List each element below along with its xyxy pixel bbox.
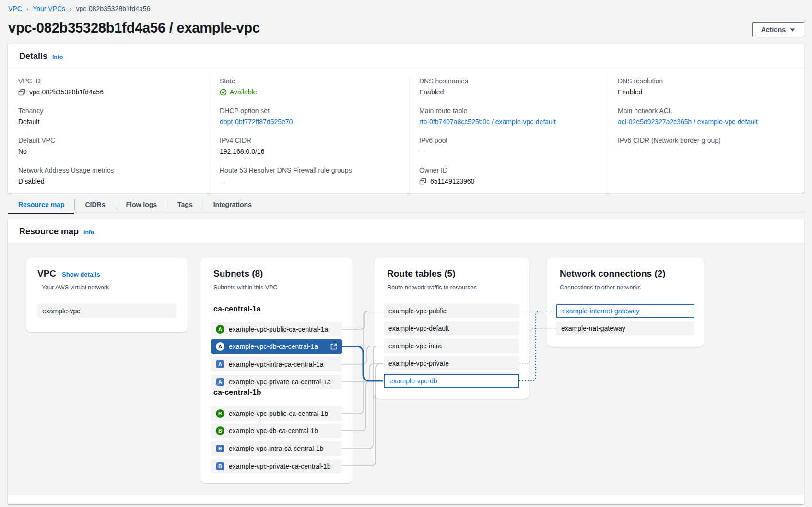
tab-cidrs[interactable]: CIDRs — [75, 196, 115, 214]
availability-zone-badge: A — [216, 325, 224, 334]
subnet-label: example-vpc-intra-ca-central-1a — [229, 360, 324, 368]
field-state: State Available — [220, 76, 409, 97]
resource-map-title: Resource map — [19, 227, 79, 237]
connection-label: example-internet-gateway — [562, 307, 639, 315]
external-link-icon[interactable] — [330, 343, 338, 352]
actions-button[interactable]: Actions — [752, 22, 804, 37]
field-ipv6-pool: IPv6 pool – — [419, 136, 608, 156]
route-table-label: example-vpc-default — [388, 324, 449, 332]
route-tables-card: Route tables (5) Route network traffic t… — [374, 258, 529, 399]
route-tables-card-subtitle: Route network traffic to resources — [387, 284, 477, 291]
breadcrumb-separator: › — [26, 5, 28, 12]
dns-hostnames-value: Enabled — [419, 87, 444, 97]
availability-zone-badge: A — [216, 342, 224, 351]
breadcrumb-current: vpc-082b35328b1fd4a56 — [76, 5, 150, 12]
default-vpc-value: No — [18, 147, 27, 156]
subnet-item-db-1b[interactable]: B example-vpc-db-ca-central-1b — [211, 424, 342, 438]
details-column-2: State Available DHCP option set dopt-0bf… — [210, 76, 409, 195]
connection-item-internet-gateway[interactable]: example-internet-gateway — [556, 304, 694, 318]
resource-map-panel-footer — [8, 495, 804, 504]
route-table-item-db[interactable]: example-vpc-db — [384, 374, 519, 388]
dns-resolution-value: Enabled — [618, 87, 642, 97]
field-ipv4-cidr: IPv4 CIDR 192.168.0.0/16 — [220, 136, 409, 156]
availability-zone-badge: B — [216, 445, 224, 452]
copy-icon[interactable] — [419, 178, 426, 185]
subnets-card-title: Subnets (8) — [213, 268, 263, 279]
subnet-item-intra-1a[interactable]: A example-vpc-intra-ca-central-1a — [211, 357, 342, 371]
availability-zone-badge: B — [216, 462, 224, 470]
main-route-table-link[interactable]: rtb-0fb7407a8cc525b0c / example-vpc-defa… — [419, 117, 556, 127]
subnet-label: example-vpc-db-ca-central-1b — [229, 427, 318, 435]
tab-label: CIDRs — [85, 201, 105, 208]
breadcrumb-link-vpc[interactable]: VPC — [8, 5, 22, 12]
subnets-card: Subnets (8) Subnets within this VPC ca-c… — [200, 258, 353, 483]
subnet-label: example-vpc-public-ca-central-1b — [229, 410, 328, 417]
subnet-item-intra-1b[interactable]: B example-vpc-intra-ca-central-1b — [211, 441, 342, 456]
dhcp-option-set-link[interactable]: dopt-0bf772ff87d525e70 — [220, 117, 293, 127]
subnet-label: example-vpc-db-ca-central-1a — [229, 343, 318, 350]
details-body: VPC ID vpc-082b35328b1fd4a56 Tenancy Def… — [8, 68, 804, 195]
vpc-card-title: VPCShow details — [37, 268, 100, 279]
page-title: vpc-082b35328b1fd4a56 / example-vpc — [8, 20, 260, 36]
tenancy-value: Default — [18, 117, 39, 127]
subnet-item-public-1b[interactable]: B example-vpc-public-ca-central-1b — [211, 406, 342, 421]
vpc-node-example-vpc[interactable]: example-vpc — [37, 304, 176, 318]
tab-label: Integrations — [213, 201, 252, 208]
subnet-item-public-1a[interactable]: A example-vpc-public-ca-central-1a — [211, 322, 342, 336]
route-table-item-private[interactable]: example-vpc-private — [384, 356, 519, 370]
breadcrumb: VPC › Your VPCs › vpc-082b35328b1fd4a56 — [8, 5, 150, 12]
resource-map-info-link[interactable]: Info — [83, 229, 94, 236]
ipv6-cidr-value: – — [618, 147, 622, 156]
network-connections-card: Network connections (2) Connections to o… — [547, 258, 704, 347]
tab-resource-map[interactable]: Resource map — [8, 196, 74, 214]
tab-flow-logs[interactable]: Flow logs — [116, 196, 167, 214]
availability-zone-badge: B — [216, 409, 224, 418]
tab-tags[interactable]: Tags — [167, 196, 203, 214]
ipv6-pool-value: – — [419, 147, 423, 156]
field-ipv6-cidr: IPv6 CIDR (Network border group) – — [618, 136, 804, 156]
tab-integrations[interactable]: Integrations — [203, 196, 262, 214]
nau-metrics-value: Disabled — [18, 176, 44, 186]
field-tenancy: Tenancy Default — [18, 106, 210, 127]
field-dns-hostnames: DNS hostnames Enabled — [419, 76, 608, 97]
vpc-id-value: vpc-082b35328b1fd4a56 — [29, 87, 104, 97]
route-table-item-public[interactable]: example-vpc-public — [384, 304, 519, 318]
az-group-heading-ca-central-1b: ca-central-1b — [213, 388, 261, 397]
ipv4-cidr-value: 192.168.0.0/16 — [220, 147, 264, 156]
route-tables-card-title: Route tables (5) — [387, 268, 456, 279]
subnets-card-subtitle: Subnets within this VPC — [213, 284, 277, 291]
vpc-card: VPCShow details Your AWS virtual network… — [26, 258, 188, 332]
route53-firewall-value: – — [220, 176, 224, 186]
resource-map-panel: Resource map Info VPCShow details Your A… — [8, 219, 804, 504]
route-table-item-default[interactable]: example-vpc-default — [384, 321, 519, 335]
availability-zone-badge: B — [216, 426, 224, 435]
details-info-link[interactable]: Info — [52, 54, 63, 60]
field-dns-resolution: DNS resolution Enabled — [618, 76, 804, 97]
field-main-network-acl: Main network ACL acl-02e5d92327a2c365b /… — [618, 106, 804, 127]
subnet-item-private-1b[interactable]: B example-vpc-private-ca-central-1b — [211, 459, 342, 473]
details-title: Details — [19, 51, 47, 61]
details-column-1: VPC ID vpc-082b35328b1fd4a56 Tenancy Def… — [8, 76, 210, 195]
network-connections-card-subtitle: Connections to other networks — [560, 284, 641, 291]
caret-down-icon — [790, 28, 795, 32]
actions-button-label: Actions — [761, 26, 786, 34]
route-table-label: example-vpc-db — [389, 377, 437, 385]
route-table-item-intra[interactable]: example-vpc-intra — [384, 339, 519, 353]
field-owner-id: Owner ID 651149123960 — [419, 165, 608, 186]
subnet-label: example-vpc-private-ca-central-1a — [229, 378, 330, 386]
breadcrumb-link-your-vpcs[interactable]: Your VPCs — [33, 5, 65, 12]
vpc-node-label: example-vpc — [42, 307, 80, 315]
field-route53-firewall: Route 53 Resolver DNS Firewall rule grou… — [220, 165, 409, 186]
copy-icon[interactable] — [18, 89, 25, 96]
show-details-link[interactable]: Show details — [62, 271, 100, 278]
details-column-3: DNS hostnames Enabled Main route table r… — [409, 76, 608, 195]
subnet-item-private-1a[interactable]: A example-vpc-private-ca-central-1a — [211, 375, 342, 389]
main-network-acl-link[interactable]: acl-02e5d92327a2c365b / example-vpc-defa… — [618, 117, 758, 127]
vpc-card-subtitle: Your AWS virtual network — [42, 284, 109, 291]
tab-bar: Resource map CIDRs Flow logs Tags Integr… — [8, 196, 804, 214]
az-group-heading-ca-central-1a: ca-central-1a — [213, 305, 261, 313]
availability-zone-badge: A — [216, 378, 224, 386]
field-nau-metrics: Network Address Usage metrics Disabled — [18, 165, 210, 186]
connection-item-nat-gateway[interactable]: example-nat-gateway — [556, 321, 694, 335]
subnet-item-db-1a[interactable]: A example-vpc-db-ca-central-1a — [211, 339, 342, 354]
